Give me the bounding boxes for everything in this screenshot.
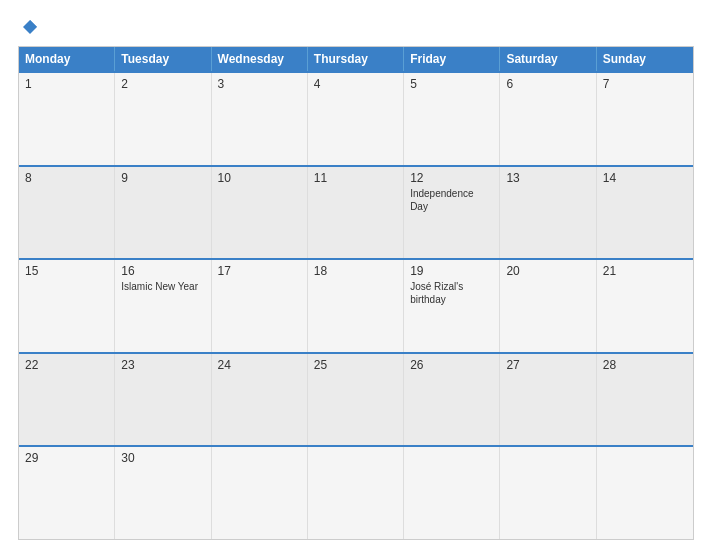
cal-cell: 4 — [308, 73, 404, 165]
cal-cell — [404, 447, 500, 539]
logo-flag-icon — [21, 18, 39, 36]
day-number: 23 — [121, 358, 204, 372]
cal-cell: 26 — [404, 354, 500, 446]
day-number: 16 — [121, 264, 204, 278]
weekday-header-monday: Monday — [19, 47, 115, 71]
day-number: 3 — [218, 77, 301, 91]
day-number: 18 — [314, 264, 397, 278]
day-number: 4 — [314, 77, 397, 91]
day-number: 8 — [25, 171, 108, 185]
cal-cell: 19José Rizal's birthday — [404, 260, 500, 352]
day-number: 29 — [25, 451, 108, 465]
weekday-header-sunday: Sunday — [597, 47, 693, 71]
day-number: 5 — [410, 77, 493, 91]
cal-cell: 11 — [308, 167, 404, 259]
weekday-header-friday: Friday — [404, 47, 500, 71]
cal-cell: 3 — [212, 73, 308, 165]
day-number: 30 — [121, 451, 204, 465]
cal-cell: 17 — [212, 260, 308, 352]
cal-cell: 22 — [19, 354, 115, 446]
cal-cell: 9 — [115, 167, 211, 259]
weekday-header-row: MondayTuesdayWednesdayThursdayFridaySatu… — [19, 47, 693, 71]
week-row-1: 1234567 — [19, 71, 693, 165]
day-number: 17 — [218, 264, 301, 278]
day-number: 9 — [121, 171, 204, 185]
cal-cell: 28 — [597, 354, 693, 446]
cal-cell: 16Islamic New Year — [115, 260, 211, 352]
day-number: 19 — [410, 264, 493, 278]
weekday-header-tuesday: Tuesday — [115, 47, 211, 71]
cal-cell: 27 — [500, 354, 596, 446]
cal-cell — [212, 447, 308, 539]
cal-cell: 18 — [308, 260, 404, 352]
day-number: 13 — [506, 171, 589, 185]
cal-cell: 2 — [115, 73, 211, 165]
day-number: 26 — [410, 358, 493, 372]
week-row-5: 2930 — [19, 445, 693, 539]
calendar-grid: MondayTuesdayWednesdayThursdayFridaySatu… — [18, 46, 694, 540]
day-number: 22 — [25, 358, 108, 372]
cal-cell: 24 — [212, 354, 308, 446]
cal-cell: 13 — [500, 167, 596, 259]
cal-cell: 20 — [500, 260, 596, 352]
event-label: José Rizal's birthday — [410, 280, 493, 306]
day-number: 20 — [506, 264, 589, 278]
cal-cell — [597, 447, 693, 539]
day-number: 12 — [410, 171, 493, 185]
calendar-body: 123456789101112Independence Day13141516I… — [19, 71, 693, 539]
cal-cell — [500, 447, 596, 539]
weekday-header-saturday: Saturday — [500, 47, 596, 71]
weekday-header-thursday: Thursday — [308, 47, 404, 71]
cal-cell: 30 — [115, 447, 211, 539]
cal-cell: 10 — [212, 167, 308, 259]
day-number: 14 — [603, 171, 687, 185]
day-number: 6 — [506, 77, 589, 91]
cal-cell: 25 — [308, 354, 404, 446]
day-number: 15 — [25, 264, 108, 278]
cal-cell: 12Independence Day — [404, 167, 500, 259]
week-row-4: 22232425262728 — [19, 352, 693, 446]
cal-cell: 8 — [19, 167, 115, 259]
weekday-header-wednesday: Wednesday — [212, 47, 308, 71]
day-number: 1 — [25, 77, 108, 91]
cal-cell: 6 — [500, 73, 596, 165]
cal-cell: 5 — [404, 73, 500, 165]
day-number: 2 — [121, 77, 204, 91]
event-label: Islamic New Year — [121, 280, 204, 293]
day-number: 28 — [603, 358, 687, 372]
cal-cell: 21 — [597, 260, 693, 352]
cal-cell: 23 — [115, 354, 211, 446]
logo — [18, 18, 39, 36]
cal-cell: 14 — [597, 167, 693, 259]
cal-cell: 15 — [19, 260, 115, 352]
cal-cell: 29 — [19, 447, 115, 539]
day-number: 7 — [603, 77, 687, 91]
day-number: 10 — [218, 171, 301, 185]
header — [18, 18, 694, 36]
cal-cell: 7 — [597, 73, 693, 165]
day-number: 21 — [603, 264, 687, 278]
cal-cell: 1 — [19, 73, 115, 165]
week-row-3: 1516Islamic New Year171819José Rizal's b… — [19, 258, 693, 352]
cal-cell — [308, 447, 404, 539]
week-row-2: 89101112Independence Day1314 — [19, 165, 693, 259]
day-number: 25 — [314, 358, 397, 372]
day-number: 11 — [314, 171, 397, 185]
day-number: 27 — [506, 358, 589, 372]
calendar-page: MondayTuesdayWednesdayThursdayFridaySatu… — [0, 0, 712, 550]
day-number: 24 — [218, 358, 301, 372]
svg-marker-1 — [30, 20, 37, 27]
event-label: Independence Day — [410, 187, 493, 213]
